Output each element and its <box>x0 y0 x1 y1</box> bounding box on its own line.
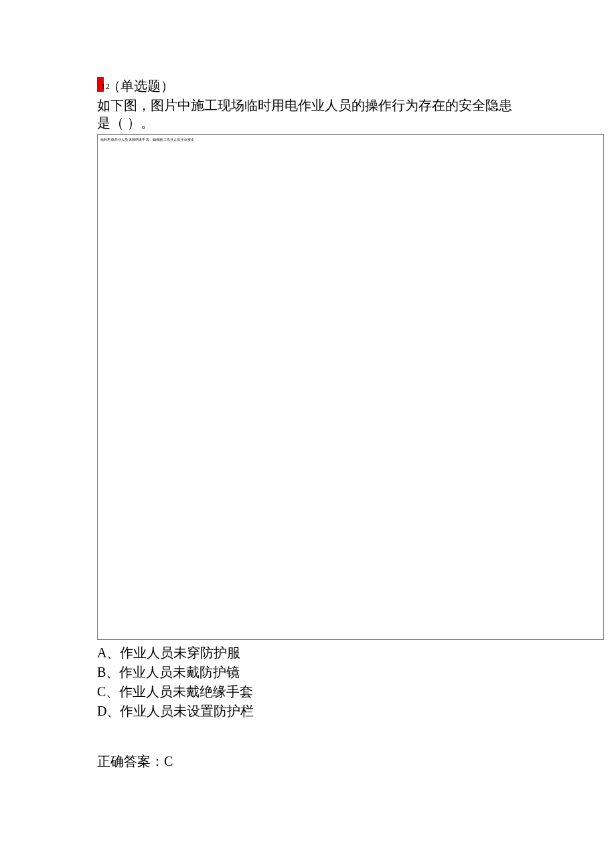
option-c: C、作业人员未戴绝缘手套 <box>97 683 519 701</box>
image-caption-badge: 临时用电作业人员未戴绝缘手套，确保施工作业人员生命安全 <box>100 137 194 141</box>
correct-answer: 正确答案：C <box>97 752 519 771</box>
options-list: A、作业人员未穿防护服 B、作业人员未戴防护镜 C、作业人员未戴绝缘手套 D、作… <box>97 644 519 720</box>
question-header: 12 （单选题） <box>97 77 519 95</box>
option-b: B、作业人员未戴防护镜 <box>97 663 519 681</box>
question-text: 如下图，图片中施工现场临时用电作业人员的操作行为存在的安全隐患是（ ）。 <box>97 96 519 131</box>
question-block: 12 （单选题） 如下图，图片中施工现场临时用电作业人员的操作行为存在的安全隐患… <box>0 0 616 771</box>
question-type: （单选题） <box>107 77 174 95</box>
question-image-placeholder: 临时用电作业人员未戴绝缘手套，确保施工作业人员生命安全 <box>97 134 604 640</box>
option-a: A、作业人员未穿防护服 <box>97 644 519 662</box>
option-d: D、作业人员未设置防护栏 <box>97 702 519 720</box>
